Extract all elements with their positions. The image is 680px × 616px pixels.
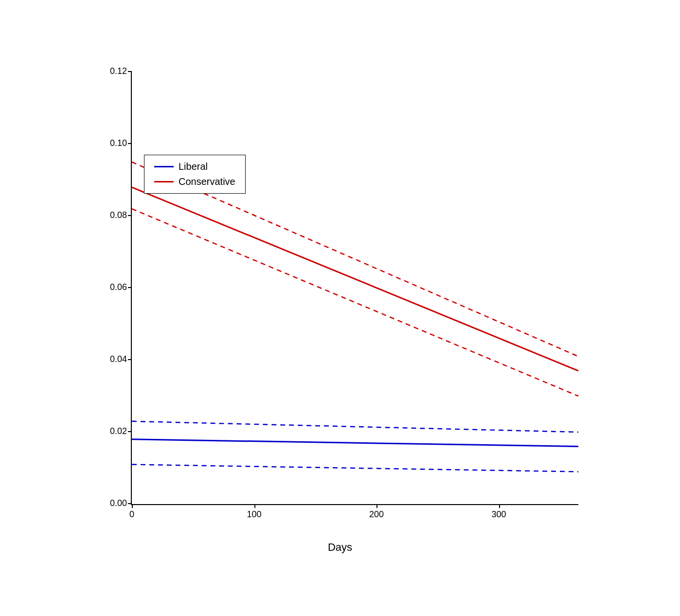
x-tick-mark [254, 504, 255, 508]
y-tick-0.06: 0.06 [110, 282, 127, 292]
y-tick-0.02: 0.02 [110, 426, 127, 436]
x-tick-300: 300 [491, 509, 506, 520]
legend-liberal-label: Liberal [179, 161, 208, 172]
liberal-upper-line [132, 421, 578, 432]
y-tick-mark [128, 503, 132, 504]
legend-box: Liberal Conservative [144, 155, 246, 194]
y-tick-0.10: 0.10 [110, 138, 127, 148]
legend-conservative-label: Conservative [179, 176, 235, 187]
legend-item-liberal: Liberal [154, 161, 235, 172]
x-tick-mark [132, 504, 133, 508]
conservative-lower-line [132, 209, 578, 396]
y-tick-mark [128, 71, 132, 72]
legend-item-conservative: Conservative [154, 176, 235, 187]
x-tick-0: 0 [129, 509, 134, 520]
conservative-main-line [132, 187, 578, 371]
x-tick-200: 200 [369, 509, 384, 520]
legend-liberal-line [154, 166, 174, 167]
y-tick-0.08: 0.08 [110, 210, 127, 220]
y-tick-mark [128, 143, 132, 144]
y-tick-0.00: 0.00 [110, 498, 127, 508]
y-tick-mark [128, 431, 132, 432]
chart-area: 0.00 0.02 0.04 0.06 0.08 0.10 0.12 0 100… [131, 72, 578, 505]
y-tick-0.12: 0.12 [110, 66, 127, 76]
y-tick-mark [128, 359, 132, 360]
liberal-main-line [132, 439, 578, 447]
x-axis-label: Days [328, 541, 352, 554]
legend-conservative-line [154, 181, 174, 182]
chart-svg [132, 72, 578, 504]
y-tick-mark [128, 215, 132, 216]
chart-container: Expected Topic Proportion Days 0.00 0.02… [72, 53, 608, 563]
x-tick-mark [376, 504, 377, 508]
y-tick-0.04: 0.04 [110, 354, 127, 364]
y-tick-mark [128, 287, 132, 288]
x-tick-100: 100 [247, 509, 261, 520]
x-tick-mark [499, 504, 500, 508]
liberal-lower-line [132, 465, 578, 472]
